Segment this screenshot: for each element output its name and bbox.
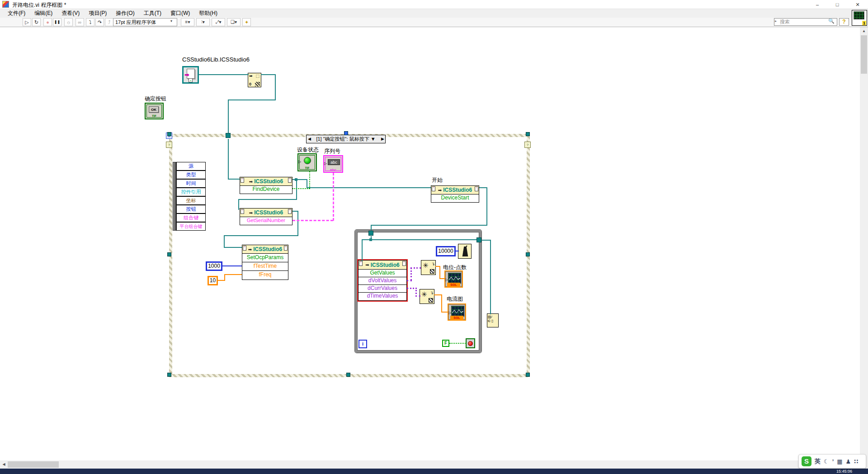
horizontal-scrollbar[interactable]	[0, 460, 860, 469]
wire-segment[interactable]	[455, 251, 459, 251]
event-data-row[interactable]: 按钮	[176, 205, 206, 213]
class-constant-label[interactable]: CSStudio6Lib.ICSStudio6	[182, 56, 250, 63]
pause-button[interactable]: ❚❚	[53, 18, 61, 26]
wire-segment[interactable]	[224, 274, 225, 281]
wire-segment[interactable]	[292, 188, 310, 189]
run-continuous-button[interactable]: ↻	[32, 18, 41, 26]
serial-number-terminal[interactable]: ▷ abc abc	[323, 155, 343, 173]
wire-segment[interactable]	[222, 265, 242, 266]
wire-segment[interactable]	[307, 187, 431, 188]
selection-handle[interactable]	[167, 252, 171, 256]
selection-handle[interactable]	[346, 373, 350, 377]
wire-segment[interactable]	[415, 295, 420, 297]
abort-button[interactable]: ●	[43, 18, 52, 26]
ime-toolbar[interactable]: S 英 ☾ ’ ▦ ♟ ∷	[798, 454, 866, 469]
wire-segment[interactable]	[362, 239, 477, 240]
ok-button-terminal[interactable]: OK TF	[145, 103, 164, 119]
wait-ms-constant[interactable]: 10000	[436, 246, 456, 256]
invoke-node-find-device[interactable]: !➡ICSStudio6! FindDevice	[240, 177, 292, 194]
wire-segment[interactable]	[228, 100, 229, 134]
wire-segment[interactable]	[441, 312, 448, 313]
resize-objects-button[interactable]: ⤢▾	[212, 18, 225, 26]
current-graph-label[interactable]: 电流图	[447, 295, 463, 303]
maximize-button[interactable]: □	[827, 0, 847, 9]
tunnel[interactable]	[226, 133, 231, 138]
scroll-up-icon[interactable]: ▲	[860, 27, 868, 35]
wire-segment[interactable]	[238, 199, 297, 200]
step-over-button[interactable]: ↷	[95, 18, 104, 26]
wire-segment[interactable]	[441, 294, 442, 313]
wire-segment[interactable]	[490, 240, 491, 314]
selection-handle[interactable]	[526, 252, 530, 256]
wire-segment[interactable]	[228, 139, 229, 180]
search-input[interactable]: 搜索	[774, 18, 837, 26]
moon-icon[interactable]: ☾	[824, 458, 829, 465]
convert-to-dynamic-data-2[interactable]: ✳ ↴	[420, 289, 434, 304]
menu-file[interactable]: 文件(F)	[4, 9, 29, 18]
event-case-selector[interactable]: [1] "确定按钮": 鼠标按下 ▼	[306, 135, 386, 143]
wire-segment[interactable]	[481, 240, 491, 241]
menu-help[interactable]: 帮助(H)	[195, 9, 222, 18]
menu-tools[interactable]: 工具(T)	[140, 9, 165, 18]
tunnel[interactable]	[368, 231, 373, 236]
event-data-row[interactable]: 源	[176, 162, 206, 171]
tunnel[interactable]	[476, 237, 481, 242]
start-label[interactable]: 开始	[432, 176, 443, 184]
param-dvoltvalues[interactable]: dVoltValues	[359, 277, 406, 285]
param-dtimevalues[interactable]: dTimeValues	[359, 293, 406, 300]
method-name[interactable]: GetValues	[359, 270, 406, 277]
toolbox-grid-icon[interactable]: ∷	[854, 458, 858, 465]
context-help-button[interactable]: ?	[839, 18, 849, 26]
selection-handle[interactable]	[526, 132, 530, 136]
reorder-button[interactable]: ❏▾	[227, 18, 241, 26]
wire-segment[interactable]	[292, 220, 333, 221]
test-time-constant[interactable]: 1000	[206, 261, 222, 271]
param-dcurrvalues[interactable]: dCurrValues	[359, 285, 406, 293]
wire-segment[interactable]	[410, 267, 421, 269]
distribute-objects-button[interactable]: ⫶▾	[196, 18, 210, 26]
wire-segment[interactable]	[275, 74, 276, 100]
highlight-execution-button[interactable]: ☼	[64, 18, 73, 26]
loop-iteration-terminal[interactable]: i	[359, 340, 367, 348]
step-into-button[interactable]: ⤵	[86, 18, 94, 26]
wire-segment[interactable]	[224, 247, 242, 248]
wire-segment[interactable]	[439, 278, 445, 279]
device-status-led-terminal[interactable]: ▷ TF	[297, 153, 317, 171]
wire-junction[interactable]	[295, 178, 297, 181]
event-prev-arrow[interactable]: ◀	[308, 137, 311, 141]
invoke-node-get-serial-number[interactable]: !➡ICSStudio6! GetSerialNumber	[240, 208, 292, 225]
font-selector-dropdown-icon[interactable]: ▾	[170, 19, 172, 23]
menu-operate[interactable]: 操作(O)	[112, 9, 138, 18]
retain-wire-values-button[interactable]: ∞	[75, 18, 84, 26]
vertical-scrollbar[interactable]	[860, 27, 868, 460]
selection-handle[interactable]	[167, 373, 171, 377]
dynamic-event-terminal-icon[interactable]: ?	[524, 142, 531, 148]
wire-segment[interactable]	[371, 225, 487, 226]
wire-segment[interactable]	[449, 343, 466, 344]
event-data-node-bar[interactable]	[173, 162, 176, 231]
wire-junction[interactable]	[369, 238, 372, 241]
event-data-row[interactable]: 时间	[176, 179, 206, 188]
event-data-row[interactable]: 控件引用	[176, 188, 206, 196]
wire-segment[interactable]	[261, 74, 276, 75]
dynamic-event-terminal-icon[interactable]: ?	[166, 142, 172, 148]
wire-segment[interactable]	[296, 179, 297, 200]
false-constant[interactable]: F	[442, 340, 449, 347]
align-objects-button[interactable]: ≡▾	[181, 18, 194, 26]
event-data-row[interactable]: 平台组合键	[176, 222, 206, 231]
param-ftesttime[interactable]: fTestTime	[242, 262, 288, 271]
wire-segment[interactable]	[309, 171, 310, 189]
serial-number-label[interactable]: 序列号	[324, 147, 340, 155]
menu-project[interactable]: 项目(P)	[85, 9, 111, 18]
method-name[interactable]: SetOcpParams	[242, 254, 288, 262]
wire-segment[interactable]	[297, 211, 298, 236]
selection-handle[interactable]	[167, 132, 171, 136]
wait-ms-function[interactable]	[458, 244, 472, 259]
event-data-row[interactable]: 坐标	[176, 196, 206, 205]
dotnet-class-constant[interactable]: ➡ ▪	[182, 66, 199, 84]
loop-condition-terminal[interactable]	[466, 338, 475, 348]
wire-segment[interactable]	[410, 267, 412, 281]
dotnet-constructor-node[interactable]: ➡ ⬚ 0	[248, 73, 261, 87]
freq-constant[interactable]: 10	[208, 276, 218, 285]
selection-handle[interactable]	[526, 373, 530, 377]
